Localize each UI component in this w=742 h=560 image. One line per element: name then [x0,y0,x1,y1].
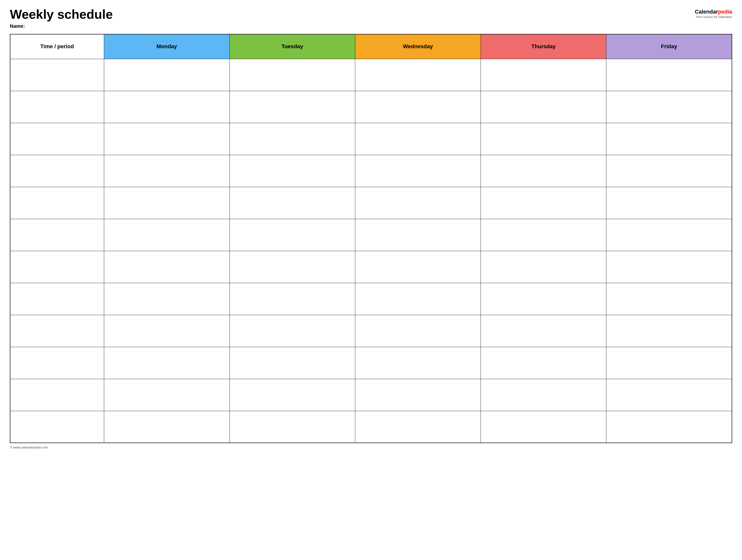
schedule-cell[interactable] [104,347,229,379]
time-cell[interactable] [10,347,104,379]
schedule-cell[interactable] [229,283,355,315]
col-header-time: Time / period [10,34,104,59]
schedule-cell[interactable] [104,411,229,443]
col-header-tuesday: Tuesday [229,34,355,59]
schedule-cell[interactable] [481,379,606,411]
col-header-thursday: Thursday [481,34,606,59]
schedule-cell[interactable] [104,379,229,411]
schedule-cell[interactable] [229,187,355,219]
logo-pedia: pedia [718,9,732,15]
schedule-cell[interactable] [481,91,606,123]
schedule-cell[interactable] [229,219,355,251]
schedule-cell[interactable] [355,123,481,155]
logo-calendar: Calendar [695,9,718,15]
table-row [10,347,732,379]
time-cell[interactable] [10,251,104,283]
schedule-cell[interactable] [229,251,355,283]
schedule-cell[interactable] [606,59,732,91]
schedule-cell[interactable] [229,123,355,155]
schedule-cell[interactable] [104,123,229,155]
schedule-cell[interactable] [229,347,355,379]
time-cell[interactable] [10,379,104,411]
time-cell[interactable] [10,411,104,443]
schedule-cell[interactable] [104,251,229,283]
schedule-cell[interactable] [104,59,229,91]
time-cell[interactable] [10,59,104,91]
title-section: Weekly schedule Name: [10,7,113,29]
table-row [10,411,732,443]
table-row [10,379,732,411]
schedule-cell[interactable] [355,155,481,187]
schedule-cell[interactable] [355,379,481,411]
page-title: Weekly schedule [10,7,113,21]
logo-section: Calendarpedia Your source for calendars [695,7,732,19]
schedule-cell[interactable] [481,123,606,155]
schedule-cell[interactable] [606,411,732,443]
schedule-cell[interactable] [606,219,732,251]
schedule-cell[interactable] [355,251,481,283]
schedule-cell[interactable] [104,315,229,347]
schedule-cell[interactable] [229,315,355,347]
schedule-cell[interactable] [606,251,732,283]
table-row [10,91,732,123]
schedule-cell[interactable] [104,187,229,219]
schedule-cell[interactable] [481,347,606,379]
schedule-cell[interactable] [481,187,606,219]
logo-tagline: Your source for calendars [696,15,732,19]
schedule-cell[interactable] [481,155,606,187]
schedule-cell[interactable] [606,283,732,315]
schedule-cell[interactable] [229,411,355,443]
schedule-cell[interactable] [481,251,606,283]
table-row [10,283,732,315]
table-body [10,59,732,443]
table-row [10,251,732,283]
schedule-cell[interactable] [481,283,606,315]
table-row [10,59,732,91]
time-cell[interactable] [10,219,104,251]
table-row [10,155,732,187]
schedule-cell[interactable] [355,91,481,123]
schedule-cell[interactable] [104,91,229,123]
schedule-cell[interactable] [606,155,732,187]
schedule-cell[interactable] [355,283,481,315]
time-cell[interactable] [10,91,104,123]
schedule-cell[interactable] [355,219,481,251]
table-row [10,219,732,251]
time-cell[interactable] [10,283,104,315]
schedule-cell[interactable] [355,59,481,91]
schedule-cell[interactable] [481,315,606,347]
schedule-cell[interactable] [229,155,355,187]
time-cell[interactable] [10,155,104,187]
schedule-cell[interactable] [355,187,481,219]
table-header-row: Time / period Monday Tuesday Wednesday T… [10,34,732,59]
schedule-cell[interactable] [481,411,606,443]
schedule-cell[interactable] [481,219,606,251]
schedule-cell[interactable] [104,219,229,251]
schedule-cell[interactable] [606,123,732,155]
schedule-cell[interactable] [606,347,732,379]
header: Weekly schedule Name: Calendarpedia Your… [10,7,732,29]
schedule-cell[interactable] [606,91,732,123]
schedule-cell[interactable] [229,91,355,123]
name-label: Name: [10,23,113,29]
schedule-cell[interactable] [355,347,481,379]
schedule-cell[interactable] [104,155,229,187]
schedule-cell[interactable] [481,59,606,91]
time-cell[interactable] [10,123,104,155]
schedule-cell[interactable] [355,315,481,347]
schedule-table: Time / period Monday Tuesday Wednesday T… [10,34,732,443]
schedule-cell[interactable] [229,59,355,91]
col-header-monday: Monday [104,34,229,59]
schedule-cell[interactable] [606,315,732,347]
footer: © www.calendarpedia.com [10,446,732,449]
table-row [10,123,732,155]
schedule-cell[interactable] [104,283,229,315]
time-cell[interactable] [10,315,104,347]
table-row [10,187,732,219]
schedule-cell[interactable] [355,411,481,443]
schedule-cell[interactable] [606,379,732,411]
col-header-wednesday: Wednesday [355,34,481,59]
time-cell[interactable] [10,187,104,219]
schedule-cell[interactable] [229,379,355,411]
schedule-cell[interactable] [606,187,732,219]
